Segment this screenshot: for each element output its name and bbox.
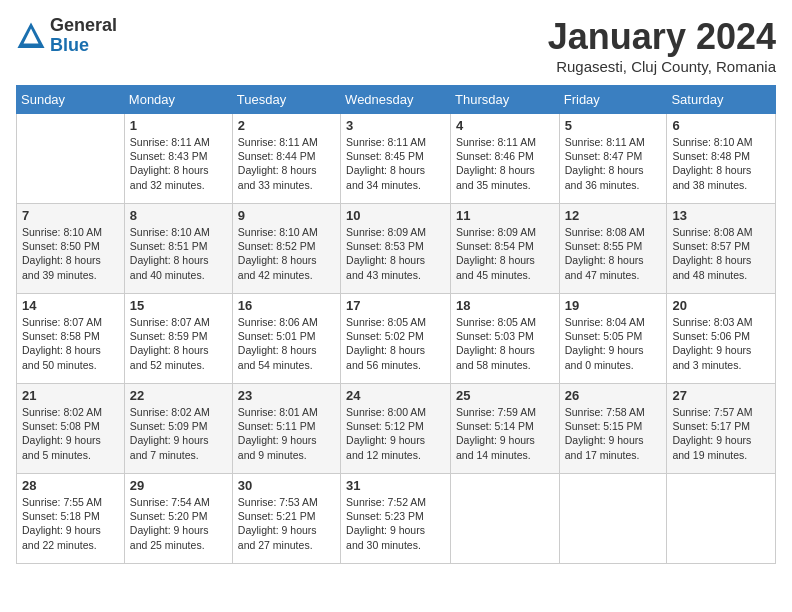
day-cell [559,474,667,564]
day-cell: 13Sunrise: 8:08 AM Sunset: 8:57 PM Dayli… [667,204,776,294]
day-number: 23 [238,388,335,403]
day-cell: 31Sunrise: 7:52 AM Sunset: 5:23 PM Dayli… [341,474,451,564]
day-info: Sunrise: 8:10 AM Sunset: 8:50 PM Dayligh… [22,225,119,282]
day-info: Sunrise: 8:08 AM Sunset: 8:57 PM Dayligh… [672,225,770,282]
weekday-header-saturday: Saturday [667,86,776,114]
day-info: Sunrise: 8:00 AM Sunset: 5:12 PM Dayligh… [346,405,445,462]
day-cell: 30Sunrise: 7:53 AM Sunset: 5:21 PM Dayli… [232,474,340,564]
day-cell: 3Sunrise: 8:11 AM Sunset: 8:45 PM Daylig… [341,114,451,204]
day-info: Sunrise: 8:01 AM Sunset: 5:11 PM Dayligh… [238,405,335,462]
title-block: January 2024 Rugasesti, Cluj County, Rom… [548,16,776,75]
weekday-header-friday: Friday [559,86,667,114]
logo-icon [16,21,46,51]
day-cell: 21Sunrise: 8:02 AM Sunset: 5:08 PM Dayli… [17,384,125,474]
day-cell: 4Sunrise: 8:11 AM Sunset: 8:46 PM Daylig… [451,114,560,204]
day-info: Sunrise: 8:08 AM Sunset: 8:55 PM Dayligh… [565,225,662,282]
day-info: Sunrise: 7:55 AM Sunset: 5:18 PM Dayligh… [22,495,119,552]
day-info: Sunrise: 8:02 AM Sunset: 5:09 PM Dayligh… [130,405,227,462]
day-info: Sunrise: 7:57 AM Sunset: 5:17 PM Dayligh… [672,405,770,462]
day-number: 7 [22,208,119,223]
day-info: Sunrise: 8:11 AM Sunset: 8:44 PM Dayligh… [238,135,335,192]
day-cell: 22Sunrise: 8:02 AM Sunset: 5:09 PM Dayli… [124,384,232,474]
day-info: Sunrise: 8:11 AM Sunset: 8:43 PM Dayligh… [130,135,227,192]
day-info: Sunrise: 7:53 AM Sunset: 5:21 PM Dayligh… [238,495,335,552]
day-cell [667,474,776,564]
day-number: 18 [456,298,554,313]
day-number: 3 [346,118,445,133]
day-number: 30 [238,478,335,493]
day-number: 24 [346,388,445,403]
day-number: 12 [565,208,662,223]
day-number: 22 [130,388,227,403]
day-cell: 20Sunrise: 8:03 AM Sunset: 5:06 PM Dayli… [667,294,776,384]
day-cell: 24Sunrise: 8:00 AM Sunset: 5:12 PM Dayli… [341,384,451,474]
day-number: 31 [346,478,445,493]
day-cell: 6Sunrise: 8:10 AM Sunset: 8:48 PM Daylig… [667,114,776,204]
day-cell: 19Sunrise: 8:04 AM Sunset: 5:05 PM Dayli… [559,294,667,384]
day-number: 9 [238,208,335,223]
day-info: Sunrise: 8:09 AM Sunset: 8:54 PM Dayligh… [456,225,554,282]
day-info: Sunrise: 8:09 AM Sunset: 8:53 PM Dayligh… [346,225,445,282]
day-number: 6 [672,118,770,133]
day-info: Sunrise: 8:05 AM Sunset: 5:03 PM Dayligh… [456,315,554,372]
day-number: 14 [22,298,119,313]
day-info: Sunrise: 8:06 AM Sunset: 5:01 PM Dayligh… [238,315,335,372]
day-cell: 25Sunrise: 7:59 AM Sunset: 5:14 PM Dayli… [451,384,560,474]
day-cell: 27Sunrise: 7:57 AM Sunset: 5:17 PM Dayli… [667,384,776,474]
day-info: Sunrise: 7:59 AM Sunset: 5:14 PM Dayligh… [456,405,554,462]
day-info: Sunrise: 8:02 AM Sunset: 5:08 PM Dayligh… [22,405,119,462]
day-cell: 7Sunrise: 8:10 AM Sunset: 8:50 PM Daylig… [17,204,125,294]
logo: General Blue [16,16,117,56]
day-cell [451,474,560,564]
day-number: 27 [672,388,770,403]
day-number: 29 [130,478,227,493]
day-info: Sunrise: 8:11 AM Sunset: 8:46 PM Dayligh… [456,135,554,192]
day-info: Sunrise: 8:10 AM Sunset: 8:48 PM Dayligh… [672,135,770,192]
day-info: Sunrise: 7:58 AM Sunset: 5:15 PM Dayligh… [565,405,662,462]
logo-text: General Blue [50,16,117,56]
day-cell: 29Sunrise: 7:54 AM Sunset: 5:20 PM Dayli… [124,474,232,564]
day-info: Sunrise: 8:10 AM Sunset: 8:51 PM Dayligh… [130,225,227,282]
day-cell: 16Sunrise: 8:06 AM Sunset: 5:01 PM Dayli… [232,294,340,384]
day-info: Sunrise: 8:07 AM Sunset: 8:58 PM Dayligh… [22,315,119,372]
day-number: 11 [456,208,554,223]
day-cell: 15Sunrise: 8:07 AM Sunset: 8:59 PM Dayli… [124,294,232,384]
logo-general: General [50,16,117,36]
day-cell: 14Sunrise: 8:07 AM Sunset: 8:58 PM Dayli… [17,294,125,384]
day-number: 4 [456,118,554,133]
weekday-header-monday: Monday [124,86,232,114]
week-row-4: 21Sunrise: 8:02 AM Sunset: 5:08 PM Dayli… [17,384,776,474]
day-info: Sunrise: 7:52 AM Sunset: 5:23 PM Dayligh… [346,495,445,552]
day-number: 20 [672,298,770,313]
day-info: Sunrise: 7:54 AM Sunset: 5:20 PM Dayligh… [130,495,227,552]
day-cell: 11Sunrise: 8:09 AM Sunset: 8:54 PM Dayli… [451,204,560,294]
day-cell: 5Sunrise: 8:11 AM Sunset: 8:47 PM Daylig… [559,114,667,204]
day-number: 17 [346,298,445,313]
weekday-header-row: SundayMondayTuesdayWednesdayThursdayFrid… [17,86,776,114]
day-cell: 23Sunrise: 8:01 AM Sunset: 5:11 PM Dayli… [232,384,340,474]
day-cell [17,114,125,204]
day-cell: 8Sunrise: 8:10 AM Sunset: 8:51 PM Daylig… [124,204,232,294]
weekday-header-thursday: Thursday [451,86,560,114]
day-info: Sunrise: 8:07 AM Sunset: 8:59 PM Dayligh… [130,315,227,372]
day-info: Sunrise: 8:05 AM Sunset: 5:02 PM Dayligh… [346,315,445,372]
day-number: 19 [565,298,662,313]
week-row-1: 1Sunrise: 8:11 AM Sunset: 8:43 PM Daylig… [17,114,776,204]
day-cell: 10Sunrise: 8:09 AM Sunset: 8:53 PM Dayli… [341,204,451,294]
day-info: Sunrise: 8:03 AM Sunset: 5:06 PM Dayligh… [672,315,770,372]
weekday-header-tuesday: Tuesday [232,86,340,114]
day-number: 25 [456,388,554,403]
day-number: 28 [22,478,119,493]
week-row-2: 7Sunrise: 8:10 AM Sunset: 8:50 PM Daylig… [17,204,776,294]
day-number: 8 [130,208,227,223]
day-number: 5 [565,118,662,133]
day-cell: 28Sunrise: 7:55 AM Sunset: 5:18 PM Dayli… [17,474,125,564]
day-cell: 9Sunrise: 8:10 AM Sunset: 8:52 PM Daylig… [232,204,340,294]
location: Rugasesti, Cluj County, Romania [548,58,776,75]
weekday-header-sunday: Sunday [17,86,125,114]
day-number: 10 [346,208,445,223]
day-cell: 17Sunrise: 8:05 AM Sunset: 5:02 PM Dayli… [341,294,451,384]
day-info: Sunrise: 8:10 AM Sunset: 8:52 PM Dayligh… [238,225,335,282]
page-header: General Blue January 2024 Rugasesti, Clu… [16,16,776,75]
day-cell: 18Sunrise: 8:05 AM Sunset: 5:03 PM Dayli… [451,294,560,384]
